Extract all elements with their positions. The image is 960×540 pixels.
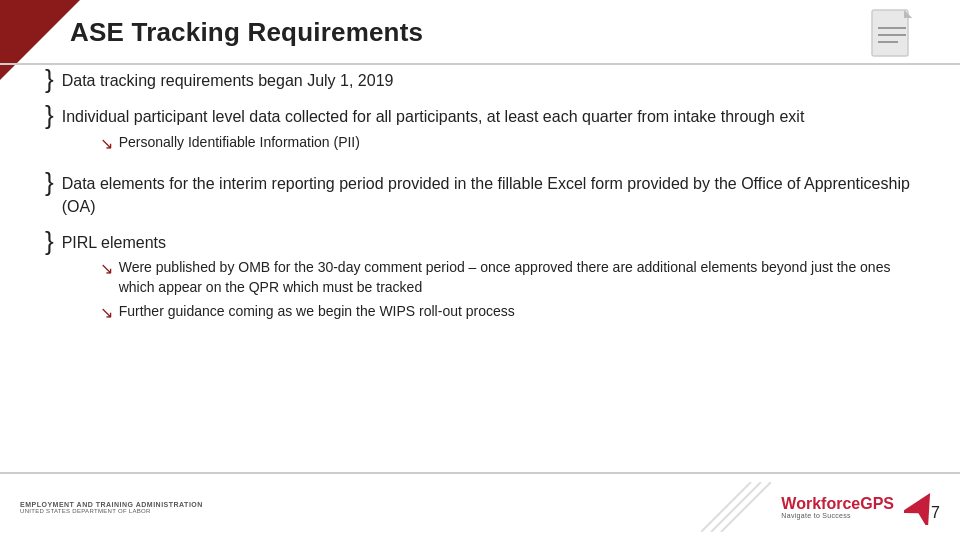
sub-text-4-2: Further guidance coming as we begin the … (119, 302, 515, 322)
footer-org-label: Employment and Training Administration (20, 501, 203, 508)
bullet-bracket-2: } (45, 102, 54, 128)
arrow-icon-4-2: ↘ (100, 302, 113, 324)
footer-brand: WorkforceGPS Navigate to Success (701, 482, 940, 532)
svg-line-8 (721, 482, 771, 532)
brand-workforce: Workforce (781, 495, 860, 512)
sub-text-4-1: Were published by OMB for the 30-day com… (119, 258, 915, 297)
bullet-bracket-4: } (45, 228, 54, 254)
workforce-gps-brand: WorkforceGPS Navigate to Success (781, 496, 894, 519)
svg-line-7 (711, 482, 761, 532)
page-title: ASE Tracking Requirements (70, 16, 423, 47)
slide-footer: Employment and Training Administration U… (0, 472, 960, 540)
arrow-icon-2-1: ↘ (100, 133, 113, 155)
diagonal-lines-decoration (701, 482, 771, 532)
svg-rect-0 (872, 10, 908, 56)
svg-line-6 (701, 482, 751, 532)
bullet-text-2: Individual participant level data collec… (62, 108, 805, 125)
page-number: 7 (931, 504, 940, 522)
footer-org: Employment and Training Administration U… (20, 501, 203, 514)
bullet-text-3: Data elements for the interim reporting … (62, 173, 915, 218)
bullet-bracket-1: } (45, 66, 54, 92)
brand-text: WorkforceGPS (781, 496, 894, 512)
sub-text-2-1: Personally Identifiable Information (PII… (119, 133, 360, 153)
bullet-item-1: } Data tracking requirements began July … (45, 70, 915, 92)
bullet-item-3: } Data elements for the interim reportin… (45, 173, 915, 218)
bullet-text-1: Data tracking requirements began July 1,… (62, 70, 394, 92)
brand-sub: Navigate to Success (781, 512, 851, 519)
brand-gps: GPS (860, 495, 894, 512)
bullet-bracket-3: } (45, 169, 54, 195)
bullet-text-4: PIRL elements (62, 234, 166, 251)
bullet-item-4: } PIRL elements ↘ Were published by OMB … (45, 232, 915, 328)
sub-bullet-2-1: ↘ Personally Identifiable Information (P… (100, 133, 805, 155)
sub-bullet-4-2: ↘ Further guidance coming as we begin th… (100, 302, 915, 324)
footer-org-sub: United States Department of Labor (20, 508, 203, 514)
bullet-item-2: } Individual participant level data coll… (45, 106, 915, 159)
slide-content: } Data tracking requirements began July … (45, 70, 915, 470)
document-icon (868, 8, 920, 68)
sub-bullet-4-1: ↘ Were published by OMB for the 30-day c… (100, 258, 915, 297)
slide-header: ASE Tracking Requirements (0, 0, 960, 65)
arrow-icon-4-1: ↘ (100, 258, 113, 280)
